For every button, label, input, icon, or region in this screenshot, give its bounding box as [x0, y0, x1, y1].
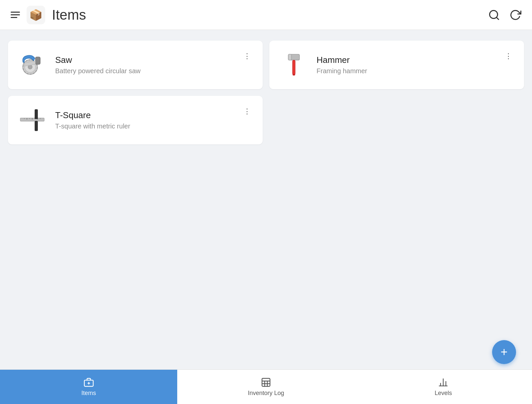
search-button[interactable]	[488, 9, 500, 21]
saw-menu-button[interactable]: ⋮	[241, 50, 253, 63]
saw-name: Saw	[55, 55, 233, 65]
menu-button[interactable]	[11, 12, 20, 18]
tsquare-desc: T-square with metric ruler	[55, 122, 233, 130]
bottom-nav: Items Inventory Log Levels	[0, 369, 532, 404]
hamburger-icon	[11, 12, 20, 18]
items-nav-label: Items	[81, 390, 96, 397]
header-left: 📦 Items	[11, 6, 488, 24]
hammer-desc: Framing hammer	[317, 67, 494, 75]
nav-item-items[interactable]: Items	[0, 370, 177, 404]
svg-point-10	[293, 74, 295, 76]
saw-desc: Battery powered circular saw	[55, 67, 233, 75]
plus-icon: +	[500, 346, 507, 358]
svg-rect-6	[36, 57, 40, 64]
add-item-fab[interactable]: +	[492, 340, 516, 364]
refresh-button[interactable]	[509, 9, 521, 21]
refresh-icon	[509, 9, 521, 21]
saw-icon-container	[17, 50, 47, 80]
nav-item-inventory-log[interactable]: Inventory Log	[177, 370, 354, 404]
saw-info: Saw Battery powered circular saw	[55, 55, 233, 75]
app-header: 📦 Items	[0, 0, 532, 30]
hammer-menu-button[interactable]: ⋮	[502, 50, 515, 63]
tsquare-name: T-Square	[55, 110, 233, 120]
app-icon: 📦	[27, 6, 45, 24]
tsquare-icon	[19, 107, 46, 133]
svg-rect-24	[262, 378, 270, 386]
svg-rect-19	[35, 109, 38, 119]
svg-rect-8	[288, 54, 292, 60]
hammer-name: Hammer	[317, 55, 494, 65]
hammer-info: Hammer Framing hammer	[317, 55, 494, 75]
item-card-saw[interactable]: Saw Battery powered circular saw ⋮	[8, 41, 263, 89]
inventory-log-nav-icon	[261, 377, 271, 388]
items-nav-icon	[83, 377, 94, 388]
header-actions	[488, 9, 521, 21]
item-card-hammer[interactable]: Hammer Framing hammer ⋮	[269, 41, 524, 89]
svg-rect-9	[293, 60, 295, 75]
levels-nav-icon	[438, 377, 449, 388]
inventory-log-nav-label: Inventory Log	[248, 390, 284, 397]
tsquare-info: T-Square T-square with metric ruler	[55, 110, 233, 130]
search-icon	[488, 9, 500, 21]
saw-icon	[19, 52, 46, 78]
items-grid: Saw Battery powered circular saw ⋮	[8, 41, 524, 144]
nav-item-levels[interactable]: Levels	[355, 370, 532, 404]
svg-line-1	[496, 17, 499, 19]
levels-nav-label: Levels	[435, 390, 452, 397]
hammer-icon	[280, 52, 307, 78]
main-content: Saw Battery powered circular saw ⋮	[0, 30, 532, 369]
tsquare-menu-button[interactable]: ⋮	[241, 105, 253, 118]
item-card-tsquare[interactable]: T-Square T-square with metric ruler ⋮	[8, 96, 263, 144]
tsquare-icon-container	[17, 105, 47, 135]
page-title: Items	[52, 7, 86, 23]
svg-rect-20	[35, 121, 38, 131]
hammer-icon-container	[279, 50, 309, 80]
